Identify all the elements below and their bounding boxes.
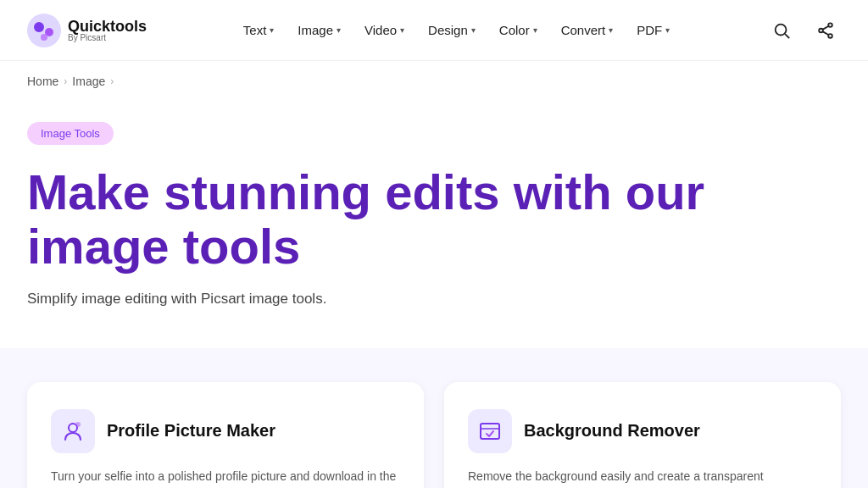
logo-brand: Quicktools [68, 19, 147, 34]
svg-point-0 [27, 14, 61, 47]
card-icon-profile [51, 409, 95, 453]
share-button[interactable] [810, 15, 841, 46]
nav-chevron-design: ▾ [471, 25, 476, 35]
nav-item-design[interactable]: Design▾ [418, 16, 486, 44]
nav-label-video: Video [364, 23, 397, 37]
card-desc-profile: Turn your selfie into a polished profile… [51, 467, 400, 488]
profile-icon [61, 419, 85, 443]
nav-item-convert[interactable]: Convert▾ [551, 16, 624, 44]
breadcrumb: Home › Image › [0, 61, 868, 102]
hero-section: Image Tools Make stunning edits with our… [0, 102, 868, 348]
card-background-remover[interactable]: Background Remover Remove the background… [444, 382, 841, 488]
cards-section: Profile Picture Maker Turn your selfie i… [0, 348, 868, 488]
svg-point-4 [776, 24, 787, 35]
card-desc-bg: Remove the background easily and create … [468, 467, 817, 488]
logo[interactable]: Quicktools By Picsart [27, 14, 147, 47]
nav-item-pdf[interactable]: PDF▾ [626, 16, 680, 44]
nav-chevron-convert: ▾ [609, 25, 613, 35]
svg-point-6 [828, 23, 832, 27]
svg-line-9 [823, 25, 828, 29]
svg-point-12 [75, 422, 81, 427]
breadcrumb-sep-2: › [110, 75, 114, 87]
svg-point-7 [819, 28, 823, 32]
nav-item-video[interactable]: Video▾ [354, 16, 415, 44]
main-nav: Text▾Image▾Video▾Design▾Color▾Convert▾PD… [233, 16, 680, 44]
nav-chevron-video: ▾ [400, 25, 404, 35]
nav-chevron-image: ▾ [337, 25, 341, 35]
hero-title: Make stunning edits with our image tools [27, 165, 722, 274]
nav-label-pdf: PDF [637, 23, 662, 37]
background-remover-icon [478, 419, 502, 443]
nav-chevron-pdf: ▾ [665, 25, 670, 35]
nav-label-image: Image [298, 23, 333, 37]
hero-subtitle: Simplify image editing with Picsart imag… [27, 291, 451, 308]
search-button[interactable] [766, 15, 797, 46]
logo-sub: By Picsart [68, 34, 147, 42]
nav-label-design: Design [428, 23, 468, 37]
nav-label-convert: Convert [561, 23, 606, 37]
nav-item-color[interactable]: Color▾ [489, 16, 548, 44]
card-icon-bg [468, 409, 512, 453]
nav-chevron-color: ▾ [533, 25, 537, 35]
nav-item-image[interactable]: Image▾ [287, 16, 351, 44]
breadcrumb-current: Image [72, 75, 105, 88]
nav-item-text[interactable]: Text▾ [233, 16, 285, 44]
svg-point-1 [34, 22, 44, 32]
search-icon [772, 21, 791, 40]
svg-point-8 [828, 34, 832, 38]
nav-label-color: Color [499, 23, 530, 37]
logo-icon [27, 14, 61, 47]
header: Quicktools By Picsart Text▾Image▾Video▾D… [0, 0, 868, 61]
card-title-profile: Profile Picture Maker [107, 421, 275, 441]
svg-line-10 [823, 31, 828, 35]
nav-label-text: Text [243, 23, 267, 37]
cards-grid: Profile Picture Maker Turn your selfie i… [27, 382, 841, 488]
share-icon [816, 21, 835, 40]
svg-point-3 [41, 34, 47, 41]
header-actions [766, 15, 841, 46]
breadcrumb-home[interactable]: Home [27, 75, 58, 88]
nav-chevron-text: ▾ [270, 25, 274, 35]
svg-line-5 [785, 34, 789, 38]
breadcrumb-sep-1: › [64, 75, 67, 87]
card-title-bg: Background Remover [524, 421, 700, 441]
card-profile-picture-maker[interactable]: Profile Picture Maker Turn your selfie i… [27, 382, 424, 488]
hero-badge: Image Tools [27, 122, 114, 145]
